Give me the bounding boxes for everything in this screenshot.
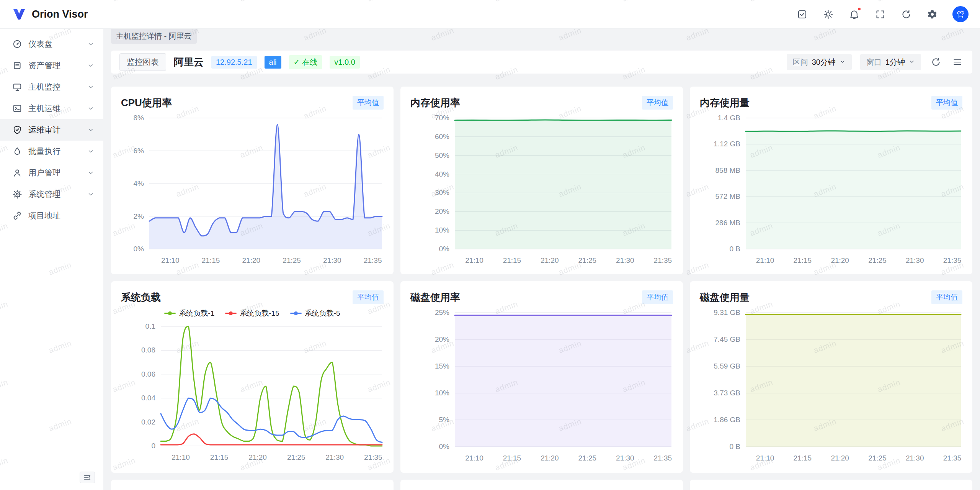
legend-item[interactable]: 系统负载-5 (290, 308, 340, 318)
window-select[interactable]: 窗口 1分钟 (860, 54, 921, 70)
users-icon (12, 168, 22, 178)
sidebar-item-label: 系统管理 (28, 189, 60, 200)
cpu-usage-chart: 0%2%4%6%8%21:1021:1521:2021:2521:3021:35 (111, 112, 394, 269)
svg-text:21:25: 21:25 (283, 256, 301, 264)
svg-text:21:20: 21:20 (541, 454, 559, 462)
svg-text:8%: 8% (134, 114, 144, 122)
svg-text:572 MB: 572 MB (715, 192, 740, 200)
assets-icon (12, 61, 22, 70)
system-load-legend[interactable]: 系统负载-1系统负载-15系统负载-5 (111, 306, 394, 320)
sidebar-item-label: 用户管理 (28, 167, 60, 178)
legend-label: 系统负载-15 (240, 308, 279, 318)
svg-text:50%: 50% (435, 151, 449, 159)
chart-card-memory-amount: 内存使用量 平均值 0 B286 MB572 MB858 MB1.12 GB1.… (690, 87, 972, 274)
card-title: CPU使用率 (121, 96, 172, 110)
sidebar-item-label: 运维审计 (28, 125, 60, 135)
dashboard-icon (12, 39, 22, 49)
average-tag: 平均值 (931, 290, 962, 304)
svg-text:70%: 70% (435, 114, 449, 122)
chart-card-disk-amount: 磁盘使用量 平均值 0 B1.86 GB3.73 GB5.59 GB7.45 G… (690, 281, 972, 473)
avatar[interactable]: 管 (952, 6, 969, 22)
sidebar-item-label: 项目地址 (28, 210, 60, 221)
svg-text:21:20: 21:20 (831, 256, 849, 264)
legend-item[interactable]: 系统负载-1 (164, 308, 214, 318)
orion-visor-logo (11, 7, 27, 22)
svg-text:1.12 GB: 1.12 GB (714, 140, 740, 148)
svg-text:0.1: 0.1 (145, 322, 155, 330)
top-navbar: Orion Visor (0, 0, 980, 29)
svg-text:21:25: 21:25 (287, 453, 305, 461)
average-tag: 平均值 (353, 290, 384, 304)
svg-text:21:10: 21:10 (161, 256, 180, 264)
sidebar-collapse-button[interactable] (80, 472, 95, 483)
sidebar-item-dashboard[interactable]: 仪表盘 (0, 33, 103, 55)
monitor-chart-button[interactable]: 监控图表 (119, 53, 166, 71)
svg-text:21:10: 21:10 (465, 256, 483, 264)
settings-gear-icon[interactable] (926, 8, 938, 20)
svg-text:21:30: 21:30 (323, 256, 341, 264)
host-name: 阿里云 (174, 56, 204, 69)
breadcrumb: 主机监控详情 - 阿里云 (103, 29, 980, 44)
notifications-bell-icon[interactable] (848, 8, 860, 20)
host-status-tag: ✓ 在线 (289, 55, 322, 69)
svg-text:0.06: 0.06 (141, 370, 155, 378)
host-monitor-icon (12, 82, 22, 92)
svg-text:21:15: 21:15 (202, 256, 220, 264)
chevron-down-icon (87, 105, 94, 112)
svg-text:21:15: 21:15 (503, 256, 521, 264)
navbar-actions: 管 (796, 6, 969, 22)
svg-text:21:20: 21:20 (242, 256, 261, 264)
legend-marker (164, 311, 176, 316)
svg-text:20%: 20% (435, 207, 449, 215)
chart-card-disk-rate: 磁盘使用率 平均值 0%5%10%15%20%25%21:1021:1521:2… (400, 281, 683, 473)
chart-card-system-load: 系统负载 平均值 系统负载-1系统负载-15系统负载-5 00.020.040.… (111, 281, 394, 473)
notification-dot (857, 7, 861, 11)
card-title: 系统负载 (121, 291, 161, 304)
sidebar-item-users[interactable]: 用户管理 (0, 162, 103, 184)
sidebar-item-host-monitor[interactable]: 主机监控 (0, 76, 103, 98)
svg-text:21:30: 21:30 (616, 256, 634, 264)
check-square-icon[interactable] (796, 8, 808, 20)
sidebar-item-batch-exec[interactable]: 批量执行 (0, 141, 103, 162)
sidebar-item-assets[interactable]: 资产管理 (0, 55, 103, 76)
host-ip-tag: 12.92.5.21 (211, 56, 257, 69)
svg-text:15%: 15% (435, 362, 449, 370)
svg-text:0.08: 0.08 (141, 346, 155, 354)
chevron-down-icon (87, 62, 94, 69)
chart-card-memory-rate: 内存使用率 平均值 0%10%20%30%40%50%60%70%21:1021… (400, 87, 683, 274)
svg-text:21:30: 21:30 (616, 454, 634, 462)
svg-text:10%: 10% (435, 226, 449, 234)
svg-text:6%: 6% (134, 147, 144, 155)
refresh-charts-button[interactable] (929, 56, 942, 69)
sidebar-item-ops-audit[interactable]: 运维审计 (0, 119, 103, 141)
chevron-down-icon (87, 126, 94, 133)
theme-sun-icon[interactable] (822, 8, 834, 20)
svg-text:5%: 5% (439, 416, 450, 424)
svg-text:21:35: 21:35 (943, 256, 962, 264)
svg-text:21:30: 21:30 (906, 256, 924, 264)
svg-text:21:10: 21:10 (465, 454, 483, 462)
fullscreen-icon[interactable] (874, 8, 886, 20)
card-title: 内存使用率 (410, 96, 460, 110)
svg-text:0%: 0% (134, 245, 144, 253)
legend-item[interactable]: 系统负载-15 (225, 308, 279, 318)
svg-text:21:20: 21:20 (541, 256, 559, 264)
svg-text:21:15: 21:15 (794, 256, 812, 264)
chart-list-button[interactable] (951, 56, 964, 69)
memory-usage-amount-chart: 0 B286 MB572 MB858 MB1.12 GB1.4 GB21:102… (690, 112, 972, 269)
chart-card-partial (400, 480, 683, 490)
interval-select[interactable]: 区间 30分钟 (787, 54, 852, 70)
legend-label: 系统负载-1 (179, 308, 214, 318)
svg-text:21:35: 21:35 (364, 453, 382, 461)
card-title: 磁盘使用量 (700, 291, 750, 304)
svg-text:0 B: 0 B (729, 245, 740, 253)
svg-text:0: 0 (151, 442, 155, 450)
sidebar-item-host-ops[interactable]: 主机运维 (0, 98, 103, 119)
sidebar-item-system[interactable]: 系统管理 (0, 184, 103, 205)
charts-grid: CPU使用率 平均值 0%2%4%6%8%21:1021:1521:2021:2… (111, 87, 972, 490)
svg-text:21:35: 21:35 (654, 256, 672, 264)
sidebar-item-project-link[interactable]: 项目地址 (0, 205, 103, 226)
refresh-icon[interactable] (900, 8, 912, 20)
svg-text:0%: 0% (439, 245, 450, 253)
svg-text:858 MB: 858 MB (715, 166, 740, 174)
